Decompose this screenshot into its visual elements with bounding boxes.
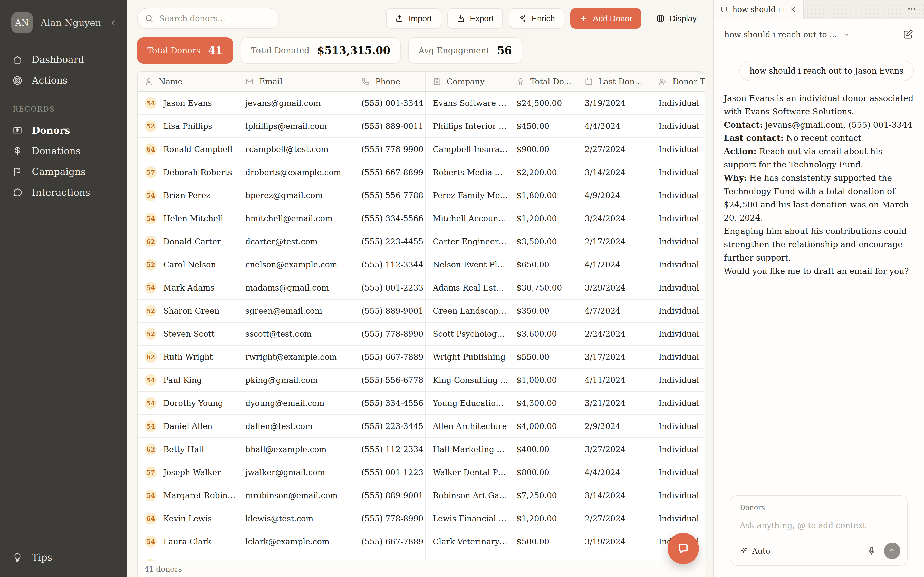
column-header[interactable]: Name <box>137 72 238 91</box>
user-message: how should i reach out to Jason Evans <box>740 61 914 81</box>
stat-total-donors[interactable]: Total Donors 41 <box>137 37 233 64</box>
column-header[interactable]: Phone <box>354 72 426 91</box>
chat-tab[interactable]: how should i re... <box>714 0 804 19</box>
microphone-icon[interactable] <box>867 546 876 556</box>
chat-header: how should i reach out to ... <box>714 19 924 50</box>
table-row[interactable]: 54Helen Mitchellhmitchell@email.com(555)… <box>137 207 705 230</box>
column-header[interactable]: Email <box>238 72 354 91</box>
engagement-badge: 54 <box>145 282 157 293</box>
donor-last-donation: 4/4/2024 <box>578 115 651 137</box>
donor-type: Individual <box>651 346 705 368</box>
conversation-dropdown[interactable]: how should i reach out to ... <box>724 30 850 39</box>
donor-email: mrobinson@email.com <box>238 484 354 507</box>
donor-email: jwalker@gmail.com <box>238 461 354 484</box>
user-account[interactable]: AN Alan Nguyen <box>9 12 118 33</box>
column-header[interactable]: Company <box>426 72 509 91</box>
import-button[interactable]: Import <box>386 8 441 29</box>
table-row[interactable]: 54Brian Perezbperez@gmail.com(555) 556-7… <box>137 184 705 207</box>
chat-tabbar: how should i re... <box>714 0 924 19</box>
row-count: 41 donors <box>144 565 182 574</box>
display-button[interactable]: Display <box>648 8 705 29</box>
donor-phone: (555) 334-5566 <box>354 207 426 230</box>
donor-last-donation: 2/27/2024 <box>578 507 651 530</box>
chat-tab-title: how should i re... <box>733 5 784 14</box>
table-row[interactable]: 64Kevin Lewisklewis@test.com(555) 778-89… <box>137 507 705 530</box>
table-row[interactable]: 54Margaret Robinsonmrobinson@email.com(5… <box>137 484 705 507</box>
table-row[interactable]: 54Mark Adamsmadams@gmail.com(555) 001-22… <box>137 276 705 300</box>
table-row[interactable]: 62Donald Carterdcarter@test.com(555) 223… <box>137 230 705 253</box>
donor-last-donation: 2/9/2024 <box>578 415 651 437</box>
table-row[interactable]: 54Jason Evansjevans@gmail.com(555) 001-3… <box>137 92 705 115</box>
engagement-badge: 64 <box>145 513 157 524</box>
donor-total: $550.00 <box>509 346 578 368</box>
table-row[interactable]: 57Joseph Walkerjwalker@gmail.com(555) 00… <box>137 461 705 484</box>
add-donor-button[interactable]: Add Donor <box>570 8 641 29</box>
table-row[interactable]: 52Steven Scottsscott@test.com(555) 778-8… <box>137 322 705 346</box>
donor-phone: (555) 778-9900 <box>354 138 426 161</box>
enrich-button[interactable]: Enrich <box>509 8 564 29</box>
donor-type: Individual <box>651 300 705 322</box>
mode-selector[interactable]: Auto <box>740 546 770 556</box>
table-body: 54Jason Evansjevans@gmail.com(555) 001-3… <box>137 92 705 577</box>
table-row[interactable]: 62Ruth Wrightrwright@example.com(555) 66… <box>137 346 705 369</box>
sidebar-item-donations[interactable]: Donations <box>9 140 118 161</box>
search-icon <box>145 14 153 23</box>
donor-type: Individual <box>651 207 705 230</box>
user-name: Alan Nguyen <box>40 18 101 28</box>
table-row[interactable]: 52Lisa Phillipslphillips@email.com(555) … <box>137 115 705 138</box>
export-button[interactable]: Export <box>447 8 503 29</box>
assistant-message: Jason Evans is an individual donor assoc… <box>724 92 914 278</box>
sidebar-nav: DashboardActions <box>9 49 118 91</box>
context-chip[interactable]: Donors <box>740 504 898 512</box>
collapse-sidebar-icon[interactable] <box>109 18 118 27</box>
table-row[interactable]: 52Carol Nelsoncnelson@example.com(555) 1… <box>137 253 705 276</box>
table-row[interactable]: 54Daniel Allendallen@test.com(555) 223-3… <box>137 415 705 438</box>
tab-more-button[interactable] <box>907 4 924 15</box>
donor-email: sscott@test.com <box>238 322 354 345</box>
arrow-up-icon <box>888 547 896 555</box>
table-row[interactable]: 54Laura Clarklclark@example.com(555) 667… <box>137 530 705 553</box>
assistant-line: Why: He has consistently supported the T… <box>724 172 914 225</box>
chat-input-card[interactable]: Donors Ask anything, @ to add context Au… <box>730 495 908 566</box>
sidebar-item-label: Actions <box>32 75 68 86</box>
engagement-badge: 52 <box>145 120 157 132</box>
sidebar-item-dashboard[interactable]: Dashboard <box>9 49 118 70</box>
send-button[interactable] <box>884 543 900 559</box>
engagement-badge: 64 <box>145 143 157 155</box>
table-row[interactable]: 57Deborah Robertsdroberts@example.com(55… <box>137 161 705 184</box>
sidebar-item-tips[interactable]: Tips <box>9 547 118 568</box>
table-row[interactable]: 64Ronald Campbellrcampbell@test.com(555)… <box>137 138 705 161</box>
chat-input-placeholder[interactable]: Ask anything, @ to add context <box>740 521 898 530</box>
donor-email: sgreen@email.com <box>238 300 354 322</box>
sidebar: AN Alan Nguyen DashboardActions RECORDS … <box>0 0 127 577</box>
donor-total: $650.00 <box>509 253 578 276</box>
table-row[interactable]: 62Betty Hallbhall@example.com(555) 112-2… <box>137 438 705 461</box>
donor-email: cnelson@example.com <box>238 253 354 276</box>
donor-type: Individual <box>651 138 705 161</box>
close-tab-icon[interactable] <box>789 6 797 13</box>
sidebar-item-interactions[interactable]: Interactions <box>9 182 118 203</box>
column-header[interactable]: Last Don... <box>578 72 651 91</box>
sidebar-item-donors[interactable]: Donors <box>9 120 118 140</box>
search-input[interactable] <box>137 8 279 29</box>
donor-type: Individual <box>651 484 705 507</box>
column-header[interactable]: Donor T... <box>651 72 705 91</box>
donor-name: Jason Evans <box>163 98 212 108</box>
table-row[interactable]: 54Paul Kingpking@gmail.com(555) 556-6778… <box>137 369 705 392</box>
donor-type: Individual <box>651 461 705 484</box>
donor-email: jevans@gmail.com <box>238 92 354 114</box>
donor-last-donation: 4/1/2024 <box>578 253 651 276</box>
donor-last-donation: 2/24/2024 <box>578 322 651 345</box>
donor-total: $1,800.00 <box>509 184 578 207</box>
chat-fab-button[interactable] <box>667 533 699 564</box>
sidebar-item-actions[interactable]: Actions <box>9 70 118 91</box>
donor-type: Individual <box>651 184 705 207</box>
table-row[interactable]: 54Dorothy Youngdyoung@email.com(555) 334… <box>137 392 705 415</box>
column-header[interactable]: Total Do... <box>509 72 578 91</box>
donor-email: klewis@test.com <box>238 507 354 530</box>
chat-bubble-icon <box>676 542 690 556</box>
table-row[interactable]: 52Sharon Greensgreen@email.com(555) 889-… <box>137 300 705 322</box>
sidebar-item-campaigns[interactable]: Campaigns <box>9 161 118 182</box>
new-chat-icon[interactable] <box>903 29 913 40</box>
donor-type: Individual <box>651 438 705 461</box>
